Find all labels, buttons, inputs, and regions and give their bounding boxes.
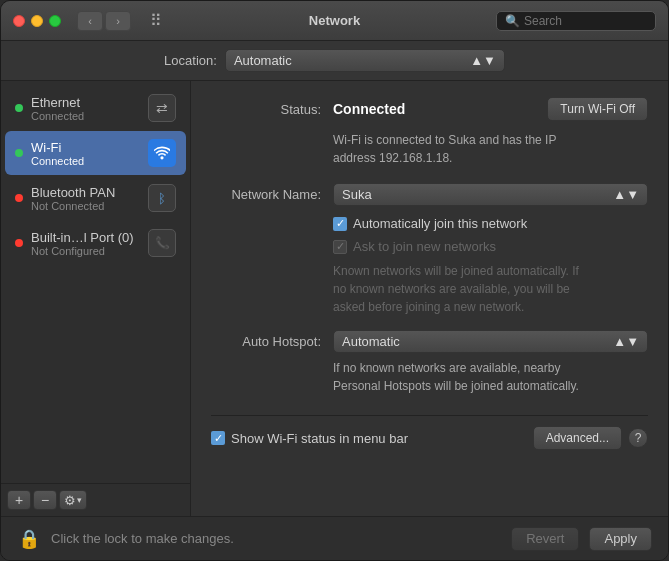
bluetooth-name: Bluetooth PAN xyxy=(31,185,140,200)
advanced-button[interactable]: Advanced... xyxy=(533,426,622,450)
location-label: Location: xyxy=(164,53,217,68)
builtin-indicator xyxy=(15,239,23,247)
network-name-value: Suka xyxy=(342,187,372,202)
traffic-lights xyxy=(13,15,61,27)
ask-join-label: Ask to join new networks xyxy=(353,239,496,254)
show-wifi-label: Show Wi-Fi status in menu bar xyxy=(231,431,408,446)
turn-wifi-button[interactable]: Turn Wi-Fi Off xyxy=(547,97,648,121)
nav-buttons: ‹ › xyxy=(77,11,131,31)
window-title: Network xyxy=(309,13,360,28)
sidebar: Ethernet Connected ⇄ Wi-Fi Connected xyxy=(1,81,191,516)
auto-join-row: ✓ Automatically join this network xyxy=(333,216,648,231)
show-wifi-check-icon: ✓ xyxy=(214,432,223,445)
auto-hotspot-value: Automatic xyxy=(342,334,400,349)
wifi-icon xyxy=(148,139,176,167)
remove-network-button[interactable]: − xyxy=(33,490,57,510)
gear-icon: ⚙ xyxy=(64,493,76,508)
maximize-button[interactable] xyxy=(49,15,61,27)
ask-join-checkbox[interactable]: ✓ xyxy=(333,240,347,254)
wifi-indicator xyxy=(15,149,23,157)
wifi-name: Wi-Fi xyxy=(31,140,140,155)
auto-hotspot-dropdown[interactable]: Automatic ▲▼ xyxy=(333,330,648,353)
sidebar-list: Ethernet Connected ⇄ Wi-Fi Connected xyxy=(1,81,190,483)
auto-join-checkbox[interactable]: ✓ xyxy=(333,217,347,231)
known-networks-desc: Known networks will be joined automatica… xyxy=(333,262,648,316)
close-button[interactable] xyxy=(13,15,25,27)
body-area: Ethernet Connected ⇄ Wi-Fi Connected xyxy=(1,81,668,516)
detail-panel: Status: Connected Turn Wi-Fi Off Wi-Fi i… xyxy=(191,81,668,516)
builtin-name: Built-in…l Port (0) xyxy=(31,230,140,245)
status-description: Wi-Fi is connected to Suka and has the I… xyxy=(333,131,648,167)
phone-icon: 📞 xyxy=(148,229,176,257)
location-value: Automatic xyxy=(234,53,292,68)
show-wifi-checkbox[interactable]: ✓ xyxy=(211,431,225,445)
ask-join-row: ✓ Ask to join new networks xyxy=(333,239,648,254)
apply-button[interactable]: Apply xyxy=(589,527,652,551)
location-bar: Location: Automatic ▲▼ xyxy=(1,41,668,81)
network-preferences-window: ‹ › ⠿ Network 🔍 Location: Automatic ▲▼ xyxy=(0,0,669,561)
grid-button[interactable]: ⠿ xyxy=(143,11,169,31)
status-row: Status: Connected Turn Wi-Fi Off xyxy=(211,97,648,121)
auto-hotspot-row: Auto Hotspot: Automatic ▲▼ xyxy=(211,330,648,353)
titlebar: ‹ › ⠿ Network 🔍 xyxy=(1,1,668,41)
builtin-status: Not Configured xyxy=(31,245,140,257)
status-label: Status: xyxy=(211,102,321,117)
show-wifi-row: ✓ Show Wi-Fi status in menu bar xyxy=(211,431,533,446)
ask-join-check-icon: ✓ xyxy=(336,240,345,253)
network-actions-button[interactable]: ⚙ ▾ xyxy=(59,490,87,510)
help-button[interactable]: ? xyxy=(628,428,648,448)
footer-message: Click the lock to make changes. xyxy=(51,531,501,546)
bluetooth-indicator xyxy=(15,194,23,202)
sidebar-bottom: + − ⚙ ▾ xyxy=(1,483,190,516)
revert-button[interactable]: Revert xyxy=(511,527,579,551)
auto-join-label: Automatically join this network xyxy=(353,216,527,231)
gear-dropdown-arrow: ▾ xyxy=(77,495,82,505)
hotspot-dropdown-arrow: ▲▼ xyxy=(613,334,639,349)
status-value: Connected xyxy=(333,101,405,117)
auto-hotspot-label: Auto Hotspot: xyxy=(211,334,321,349)
bluetooth-icon: ᛒ xyxy=(148,184,176,212)
add-network-button[interactable]: + xyxy=(7,490,31,510)
footer: 🔒 Click the lock to make changes. Revert… xyxy=(1,516,668,560)
sidebar-item-ethernet[interactable]: Ethernet Connected ⇄ xyxy=(5,86,186,130)
network-name-row: Network Name: Suka ▲▼ xyxy=(211,183,648,206)
lock-icon[interactable]: 🔒 xyxy=(17,527,41,551)
checkbox-check-icon: ✓ xyxy=(336,217,345,230)
network-name-label: Network Name: xyxy=(211,187,321,202)
search-icon: 🔍 xyxy=(505,14,520,28)
ethernet-status: Connected xyxy=(31,110,140,122)
wifi-status: Connected xyxy=(31,155,140,167)
sidebar-item-builtin[interactable]: Built-in…l Port (0) Not Configured 📞 xyxy=(5,221,186,265)
search-input[interactable] xyxy=(524,14,647,28)
ethernet-indicator xyxy=(15,104,23,112)
location-dropdown[interactable]: Automatic ▲▼ xyxy=(225,49,505,72)
forward-button[interactable]: › xyxy=(105,11,131,31)
back-button[interactable]: ‹ xyxy=(77,11,103,31)
bluetooth-status: Not Connected xyxy=(31,200,140,212)
location-dropdown-arrow: ▲▼ xyxy=(470,53,496,68)
ethernet-icon: ⇄ xyxy=(148,94,176,122)
search-box[interactable]: 🔍 xyxy=(496,11,656,31)
auto-hotspot-desc: If no known networks are available, near… xyxy=(333,359,648,395)
ethernet-name: Ethernet xyxy=(31,95,140,110)
minimize-button[interactable] xyxy=(31,15,43,27)
main-layout: Ethernet Connected ⇄ Wi-Fi Connected xyxy=(1,81,668,516)
sidebar-item-bluetooth[interactable]: Bluetooth PAN Not Connected ᛒ xyxy=(5,176,186,220)
sidebar-item-wifi[interactable]: Wi-Fi Connected xyxy=(5,131,186,175)
network-name-dropdown[interactable]: Suka ▲▼ xyxy=(333,183,648,206)
bottom-actions-row: ✓ Show Wi-Fi status in menu bar Advanced… xyxy=(211,415,648,450)
network-dropdown-arrow: ▲▼ xyxy=(613,187,639,202)
